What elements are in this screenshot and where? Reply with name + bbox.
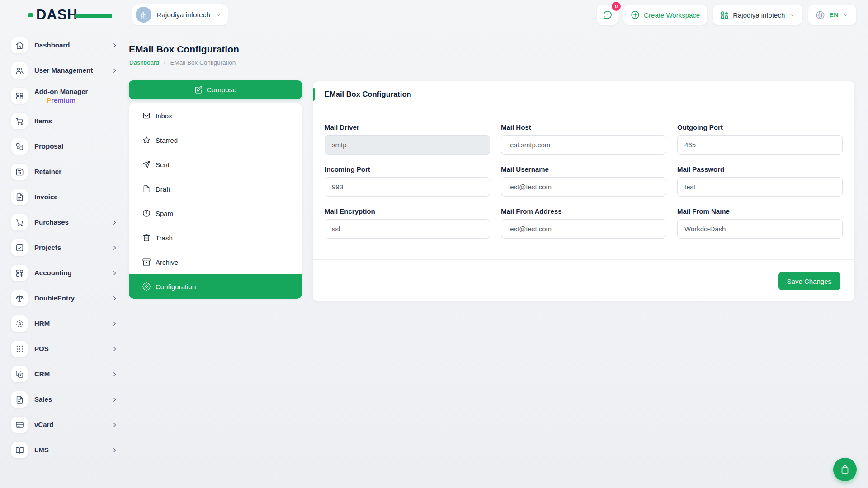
scale-icon <box>11 290 28 306</box>
sidebar-item-dashboard[interactable]: Dashboard <box>11 33 118 58</box>
field-mail-username: Mail Username <box>501 165 666 197</box>
topbar-actions: 0 Create Workspace Rajodiya infotech <box>597 5 856 25</box>
dots-grid-icon <box>11 341 28 357</box>
file-text-icon <box>11 391 28 408</box>
field-mail-encryption: Mail Encryption <box>325 207 490 239</box>
breadcrumb-current: EMail Box Configuration <box>170 59 236 66</box>
sidebar-item-vcard[interactable]: vCard <box>11 412 118 437</box>
sidebar-item-pos[interactable]: POS <box>11 336 118 361</box>
chat-bubble-icon <box>602 10 613 20</box>
cart-icon <box>11 214 28 230</box>
workspace-grid-plus-icon <box>720 11 729 19</box>
plus-circle-icon <box>631 10 640 19</box>
field-mail-from-name: Mail From Name <box>677 207 843 239</box>
workspace-chip[interactable]: Rajodiya infotech <box>132 4 228 25</box>
compose-button[interactable]: Compose <box>129 80 302 99</box>
card-footer: Save Changes <box>313 259 854 301</box>
main-sidebar: Dashboard User Management Add-on Manager… <box>11 33 118 463</box>
sidebar-item-purchases[interactable]: Purchases <box>11 210 118 235</box>
field-incoming-port: Incoming Port <box>325 165 490 197</box>
outgoing-port-input[interactable] <box>677 135 843 155</box>
sidebar-item-invoice[interactable]: Invoice <box>11 184 118 210</box>
field-mail-from-address: Mail From Address <box>501 207 666 239</box>
logo-bar-accent <box>75 14 112 18</box>
language-code: EN <box>829 11 839 19</box>
mail-menu-item-configuration[interactable]: Configuration <box>129 274 302 299</box>
chevron-right-icon <box>112 220 118 225</box>
chevron-right-icon <box>112 42 118 48</box>
mail-menu-item-draft[interactable]: Draft <box>129 177 302 201</box>
save-changes-button[interactable]: Save Changes <box>778 272 840 290</box>
create-workspace-button[interactable]: Create Workspace <box>623 5 707 25</box>
home-icon <box>11 37 28 53</box>
chevron-right-icon <box>112 371 118 377</box>
file-text-icon <box>11 189 28 205</box>
mail-host-input[interactable] <box>501 135 666 155</box>
chevron-right-icon <box>112 68 118 74</box>
mail-menu-item-archive[interactable]: Archive <box>129 250 302 274</box>
save-icon <box>11 164 28 180</box>
gear-icon <box>142 282 151 291</box>
archive-icon <box>142 258 151 266</box>
email-config-card: EMail Box Configuration Mail Driver Mail… <box>313 81 854 301</box>
shopping-bag-icon <box>840 464 850 475</box>
sidebar-item-doubleentry[interactable]: DoubleEntry <box>11 286 118 311</box>
user-focus-icon <box>11 315 28 332</box>
compose-icon <box>194 86 203 94</box>
mail-menu-item-spam[interactable]: Spam <box>129 201 302 225</box>
grid-icon <box>11 88 28 104</box>
chevron-down-icon <box>843 12 849 18</box>
mail-menu-item-inbox[interactable]: Inbox <box>129 103 302 128</box>
sidebar-item-lms[interactable]: LMS <box>11 437 118 463</box>
chat-button[interactable]: 0 <box>597 5 618 25</box>
sidebar-item-proposal[interactable]: Proposal <box>11 134 118 159</box>
copy-plus-icon <box>11 366 28 382</box>
workspace-chip-label: Rajodiya infotech <box>156 11 210 19</box>
workspace-switcher-label: Rajodiya infotech <box>733 11 785 19</box>
check-square-icon <box>11 239 28 256</box>
chevron-right-icon <box>112 296 118 301</box>
sidebar-item-addon-manager[interactable]: Add-on Manager Premium <box>11 83 118 108</box>
sidebar-item-retainer[interactable]: Retainer <box>11 159 118 184</box>
mail-driver-input <box>325 135 490 155</box>
page-title: EMail Box Configuration <box>129 44 239 55</box>
sidebar-item-crm[interactable]: CRM <box>11 361 118 387</box>
sidebar-item-sales[interactable]: Sales <box>11 387 118 412</box>
globe-icon <box>816 10 825 20</box>
sidebar-item-hrm[interactable]: HRM <box>11 311 118 336</box>
premium-badge: Premium <box>34 96 88 105</box>
mail-from-name-input[interactable] <box>677 219 843 239</box>
chevron-down-icon <box>215 12 222 18</box>
sidebar-item-accounting[interactable]: Accounting <box>11 260 118 286</box>
app-logo[interactable]: DASH <box>36 6 78 23</box>
chevron-right-icon <box>112 245 118 251</box>
mail-from-address-input[interactable] <box>501 219 666 239</box>
create-workspace-label: Create Workspace <box>644 11 700 19</box>
mail-menu-card: Inbox Starred Sent Draft Spam <box>129 103 302 299</box>
mail-password-input[interactable] <box>677 177 843 197</box>
language-selector[interactable]: EN <box>808 5 856 25</box>
book-icon <box>11 442 28 458</box>
sidebar-item-items[interactable]: Items <box>11 108 118 134</box>
send-icon <box>142 160 151 169</box>
email-config-form: Mail Driver Mail Host Outgoing Port Inco… <box>313 107 854 259</box>
mail-username-input[interactable] <box>501 177 666 197</box>
chevron-right-icon <box>112 422 118 428</box>
card-header: EMail Box Configuration <box>313 81 854 107</box>
alert-circle-icon <box>142 209 151 217</box>
breadcrumb: Dashboard › EMail Box Configuration <box>129 59 236 66</box>
workspace-switcher[interactable]: Rajodiya infotech <box>713 5 802 25</box>
mail-menu-item-trash[interactable]: Trash <box>129 225 302 250</box>
field-mail-host: Mail Host <box>501 123 666 155</box>
sidebar-item-user-management[interactable]: User Management <box>11 58 118 83</box>
mail-encryption-input[interactable] <box>325 219 490 239</box>
breadcrumb-dashboard-link[interactable]: Dashboard <box>129 59 159 66</box>
card-title: EMail Box Configuration <box>325 90 411 99</box>
trash-icon <box>142 234 151 242</box>
mail-menu-item-starred[interactable]: Starred <box>129 128 302 152</box>
sidebar-item-projects[interactable]: Projects <box>11 235 118 260</box>
incoming-port-input[interactable] <box>325 177 490 197</box>
mail-menu-item-sent[interactable]: Sent <box>129 152 302 177</box>
floating-shop-button[interactable] <box>833 458 857 481</box>
star-icon <box>142 136 151 144</box>
